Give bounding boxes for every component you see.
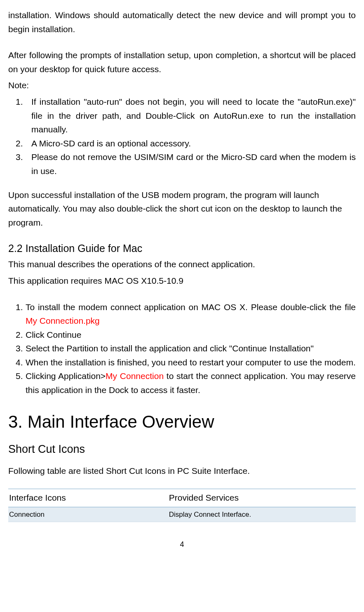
shortcut-icons-heading: Short Cut Icons [8,440,356,458]
page-number: 4 [8,539,356,551]
post-install-paragraph: Upon successful installation of the USB … [8,188,356,230]
my-connection-pkg: My Connection.pkg [26,316,100,325]
note-list: If installation "auto-run" does not begi… [8,95,356,178]
shortcut-intro: Following table are listed Short Cut Ico… [8,464,356,478]
header-provided-services: Provided Services [168,489,356,507]
mac-step-1: To install the modem connect application… [26,300,356,328]
note-item-1: If installation "auto-run" does not begi… [31,95,356,137]
mac-step-2: Click Continue [26,328,356,342]
note-label: Note: [8,78,356,92]
mac-step-5: Clicking Application>My Connection to st… [26,369,356,397]
mac-step-3: Select the Partition to install the appl… [26,341,356,355]
header-interface-icons: Interface Icons [8,489,168,507]
note-item-3: Please do not remove the USIM/SIM card o… [31,150,356,178]
mac-steps-list: To install the modem connect application… [8,300,356,397]
main-interface-heading: 3. Main Interface Overview [8,408,356,435]
mac-intro-2: This application requires MAC OS X10.5-1… [8,274,356,288]
intro-paragraph-1: installation. Windows should automatical… [8,8,356,36]
my-connection-app: My Connection [106,371,164,381]
cell-connection: Connection [8,507,168,522]
mac-intro-1: This manual describes the operations of … [8,257,356,271]
table-row: Connection Display Connect Interface. [8,507,356,522]
cell-display-connect: Display Connect Interface. [168,507,356,522]
intro-paragraph-2: After following the prompts of installat… [8,48,356,76]
mac-step-1a: To install the modem connect application… [26,302,356,312]
table-header-row: Interface Icons Provided Services [8,489,356,507]
note-item-2: A Micro-SD card is an optional accessory… [31,137,356,151]
mac-step-5a: Clicking Application> [26,371,106,381]
icons-table: Interface Icons Provided Services Connec… [8,489,356,523]
mac-heading: 2.2 Installation Guide for Mac [8,240,356,257]
mac-step-4: When the installation is finished, you n… [26,355,356,370]
